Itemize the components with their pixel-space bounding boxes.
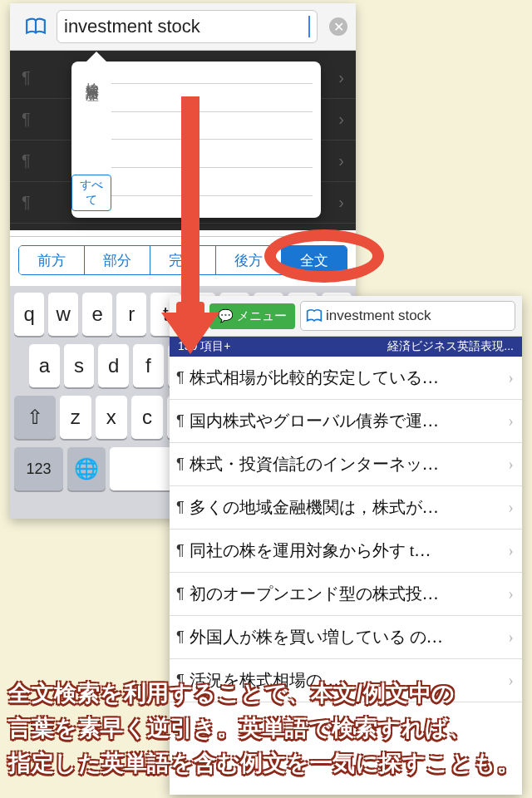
show-all-history-button[interactable]: すべて — [71, 175, 111, 211]
search-field[interactable]: investment stock — [57, 10, 318, 43]
menu-button[interactable]: 💬 メニュー — [209, 303, 295, 329]
clear-search-button[interactable]: ✕ — [329, 17, 347, 36]
caption-line-2: 言葉を素早く逆引き。英単語で検索すれば、 — [8, 712, 524, 746]
result-row[interactable]: ¶株式相場が比較的安定している…› — [170, 357, 522, 400]
dictionary-button[interactable] — [18, 10, 53, 43]
result-row[interactable]: ¶同社の株を運用対象から外す t…› — [170, 530, 522, 573]
key-r[interactable]: r — [116, 293, 146, 336]
search-bar: investment stock ✕ — [10, 3, 356, 51]
shift-icon: ⇧ — [27, 406, 43, 429]
key-e[interactable]: e — [82, 293, 112, 336]
bottom-caption: 全文検索を利用することで、本文/例文中の 言葉を素早く逆引き。英単語で検索すれば… — [0, 665, 532, 798]
key-f[interactable]: f — [133, 344, 164, 387]
chevron-right-icon: › — [508, 455, 514, 474]
book-icon — [25, 17, 47, 36]
seg-prefix[interactable]: 前方 — [19, 246, 85, 274]
chevron-right-icon: › — [508, 368, 514, 387]
result-count-bar: 130 項目+ 経済ビジネス英語表現... — [170, 337, 522, 357]
annotation-arrow — [171, 96, 209, 354]
highlight-circle — [264, 229, 384, 283]
menu-label: メニュー — [237, 308, 287, 324]
text-cursor — [308, 16, 310, 37]
caption-line-1: 全文検索を利用することで、本文/例文中の — [8, 677, 524, 712]
key-globe[interactable]: 🌐 — [67, 447, 105, 490]
right-search-field[interactable]: investment stock — [300, 301, 515, 331]
chevron-right-icon: › — [508, 411, 514, 431]
key-d[interactable]: d — [98, 344, 129, 387]
result-row[interactable]: ¶初のオープンエンド型の株式投…› — [170, 573, 522, 616]
caption-line-3: 指定した英単語を含む例文を一気に探すことも。 — [8, 746, 524, 781]
search-text: investment stock — [64, 16, 308, 37]
result-row[interactable]: ¶国内株式やグローバル債券で運…› — [170, 400, 522, 443]
chevron-right-icon: › — [508, 584, 514, 603]
right-search-text: investment stock — [326, 308, 431, 324]
result-row[interactable]: ¶外国人が株を買い増している の…› — [170, 616, 522, 659]
seg-partial[interactable]: 部分 — [85, 246, 150, 274]
popover-title: 検索語履歴 — [83, 71, 101, 80]
right-toolbar: ⚙ 💬 メニュー investment stock — [170, 296, 522, 337]
close-icon: ✕ — [333, 19, 344, 35]
speech-bubble-icon: 💬 — [218, 308, 234, 323]
result-row[interactable]: ¶株式・投資信託のインターネッ…› — [170, 443, 522, 486]
key-c[interactable]: c — [131, 396, 163, 439]
result-source: 経済ビジネス英語表現... — [387, 339, 514, 354]
key-w[interactable]: w — [48, 293, 78, 336]
key-shift[interactable]: ⇧ — [14, 396, 56, 439]
key-x[interactable]: x — [96, 396, 127, 439]
history-empty-lines — [111, 62, 321, 218]
results-list: ¶株式相場が比較的安定している…› ¶国内株式やグローバル債券で運…› ¶株式・… — [170, 357, 522, 702]
chevron-right-icon: › — [508, 628, 514, 647]
result-row[interactable]: ¶多くの地域金融機関は，株式が…› — [170, 486, 522, 530]
chevron-right-icon: › — [508, 541, 514, 560]
book-icon — [306, 308, 323, 323]
key-a[interactable]: a — [29, 344, 60, 387]
key-123[interactable]: 123 — [14, 447, 63, 490]
key-z[interactable]: z — [60, 396, 91, 439]
globe-icon: 🌐 — [74, 457, 99, 480]
key-s[interactable]: s — [64, 344, 95, 387]
chevron-right-icon: › — [508, 498, 514, 517]
key-q[interactable]: q — [14, 293, 44, 336]
